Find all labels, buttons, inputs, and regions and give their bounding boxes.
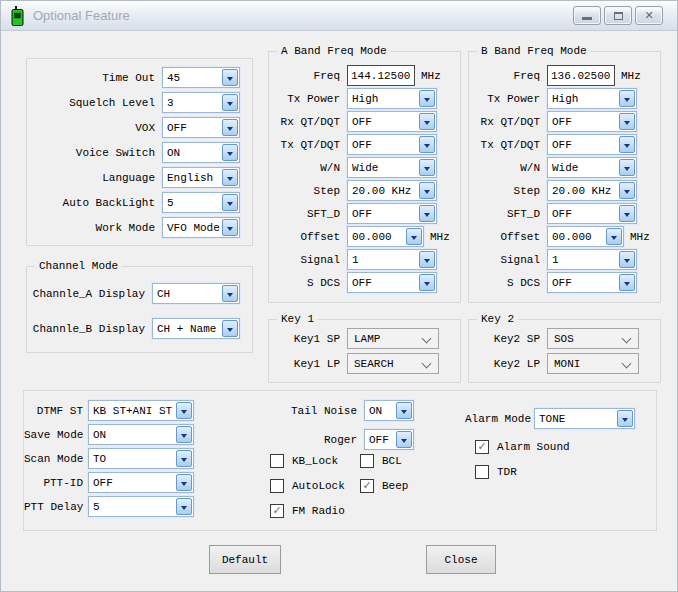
squelch-level-select[interactable]: 3 [162, 92, 240, 113]
close-button[interactable]: Close [426, 545, 496, 574]
dropdown-arrow-icon [419, 205, 435, 222]
dropdown-arrow-icon [419, 251, 435, 268]
group-key2: Key 2 Key2 SP SOS Key2 LP MONI [468, 319, 661, 383]
dropdown-arrow-icon [396, 431, 412, 448]
b-band-sdcs-label: S DCS [469, 277, 547, 289]
a-band-wn-select[interactable]: Wide [347, 157, 437, 178]
b-band-sftd-select[interactable]: OFF [547, 203, 637, 224]
time-out-select[interactable]: 45 [162, 67, 240, 88]
language-select[interactable]: English [162, 167, 240, 188]
close-window-button[interactable]: ✕ [635, 6, 663, 25]
a-band-rx-qtdqt-select[interactable]: OFF [347, 111, 437, 132]
minimize-button[interactable] [573, 6, 601, 25]
a-band-step-select[interactable]: 20.00 KHz [347, 180, 437, 201]
dropdown-arrow-icon [619, 274, 635, 291]
auto-backlight-label: Auto BackLight [27, 197, 162, 209]
beep-checkbox[interactable]: ✓ [360, 479, 374, 493]
key1-sp-select[interactable]: LAMP [347, 328, 439, 349]
alarm-sound-checkbox[interactable]: ✓ [475, 440, 489, 454]
a-band-tx-power-select[interactable]: High [347, 88, 437, 109]
channel-b-display-label: Channle_B Display [27, 323, 152, 335]
dropdown-arrow-icon [419, 274, 435, 291]
a-band-freq-input[interactable]: 144.12500 [347, 65, 415, 86]
b-band-tx-power-select[interactable]: High [547, 88, 637, 109]
b-band-signal-select[interactable]: 1 [547, 249, 637, 270]
channel-mode-group-title: Channel Mode [35, 259, 122, 274]
dropdown-arrow-icon [222, 285, 238, 302]
voice-switch-select[interactable]: ON [162, 142, 240, 163]
b-band-sdcs-select[interactable]: OFF [547, 272, 637, 293]
dropdown-arrow-icon [619, 159, 635, 176]
alarm-mode-label: Alarm Mode [444, 413, 534, 425]
dropdown-arrow-icon [619, 113, 635, 130]
bcl-item: BCL [360, 453, 402, 468]
ptt-id-label: PTT-ID [24, 477, 88, 489]
roger-select[interactable]: OFF [364, 429, 414, 450]
a-band-sdcs-select[interactable]: OFF [347, 272, 437, 293]
dtmf-st-label: DTMF ST [24, 405, 88, 417]
b-band-wn-label: W/N [469, 162, 547, 174]
group-general: Time Out 45 Squelch Level 3 VOX OFF Voic… [26, 58, 253, 246]
vox-select[interactable]: OFF [162, 117, 240, 138]
channel-a-display-select[interactable]: CH [152, 283, 240, 304]
ptt-delay-select[interactable]: 5 [88, 496, 194, 517]
key2-lp-label: Key2 LP [469, 358, 547, 370]
scan-mode-label: Scan Mode [24, 453, 88, 465]
maximize-button[interactable] [604, 6, 632, 25]
close-icon: ✕ [644, 10, 653, 21]
key2-lp-select[interactable]: MONI [547, 353, 639, 374]
dropdown-arrow-icon [176, 450, 192, 467]
a-band-tx-qtdqt-label: Tx QT/DQT [269, 139, 347, 151]
fm-radio-label: FM Radio [292, 505, 345, 517]
a-band-sftd-select[interactable]: OFF [347, 203, 437, 224]
b-band-wn-select[interactable]: Wide [547, 157, 637, 178]
a-band-group-title: A Band Freq Mode [277, 44, 391, 59]
a-band-tx-qtdqt-select[interactable]: OFF [347, 134, 437, 155]
auto-backlight-select[interactable]: 5 [162, 192, 240, 213]
work-mode-label: Work Mode [27, 222, 162, 234]
dropdown-arrow-icon [176, 498, 192, 515]
key1-lp-select[interactable]: SEARCH [347, 353, 439, 374]
b-band-rx-qtdqt-label: Rx QT/DQT [469, 116, 547, 128]
beep-label: Beep [382, 480, 408, 492]
b-band-freq-label: Freq [469, 70, 547, 82]
channel-b-display-select[interactable]: CH + Name [152, 318, 240, 339]
tdr-item: TDR [475, 464, 517, 479]
ptt-id-select[interactable]: OFF [88, 472, 194, 493]
save-mode-select[interactable]: ON [88, 424, 194, 445]
dropdown-arrow-icon [619, 205, 635, 222]
b-band-freq-unit: MHz [621, 70, 641, 82]
b-band-freq-input[interactable]: 136.02500 [547, 65, 615, 86]
b-band-tx-power-label: Tx Power [469, 93, 547, 105]
a-band-signal-select[interactable]: 1 [347, 249, 437, 270]
autolock-checkbox[interactable] [270, 479, 284, 493]
a-band-sdcs-label: S DCS [269, 277, 347, 289]
b-band-offset-select[interactable]: 00.000 [547, 226, 624, 247]
work-mode-select[interactable]: VFO Mode [162, 217, 240, 238]
tail-noise-select[interactable]: ON [364, 400, 414, 421]
fm-radio-checkbox[interactable]: ✓ [270, 504, 284, 518]
b-band-rx-qtdqt-select[interactable]: OFF [547, 111, 637, 132]
window-title: Optional Feature [33, 8, 130, 23]
dropdown-arrow-icon [617, 410, 633, 427]
group-channel-mode: Channel Mode Channle_A Display CH Channl… [26, 266, 253, 353]
dtmf-st-select[interactable]: KB ST+ANI ST [88, 400, 194, 421]
b-band-tx-qtdqt-select[interactable]: OFF [547, 134, 637, 155]
key2-sp-select[interactable]: SOS [547, 328, 639, 349]
dropdown-arrow-icon [222, 119, 238, 136]
default-button[interactable]: Default [209, 545, 281, 574]
alarm-mode-select[interactable]: TONE [534, 408, 635, 429]
bcl-checkbox[interactable] [360, 454, 374, 468]
key1-group-title: Key 1 [277, 312, 318, 327]
b-band-step-select[interactable]: 20.00 KHz [547, 180, 637, 201]
window-controls: ✕ [573, 6, 663, 25]
a-band-freq-label: Freq [269, 70, 347, 82]
maximize-icon [614, 12, 623, 20]
a-band-tx-power-label: Tx Power [269, 93, 347, 105]
kb-lock-checkbox[interactable] [270, 454, 284, 468]
tdr-checkbox[interactable] [475, 465, 489, 479]
scan-mode-select[interactable]: TO [88, 448, 194, 469]
dropdown-arrow-icon [222, 194, 238, 211]
group-key1: Key 1 Key1 SP LAMP Key1 LP SEARCH [268, 319, 461, 383]
a-band-offset-select[interactable]: 00.000 [347, 226, 424, 247]
